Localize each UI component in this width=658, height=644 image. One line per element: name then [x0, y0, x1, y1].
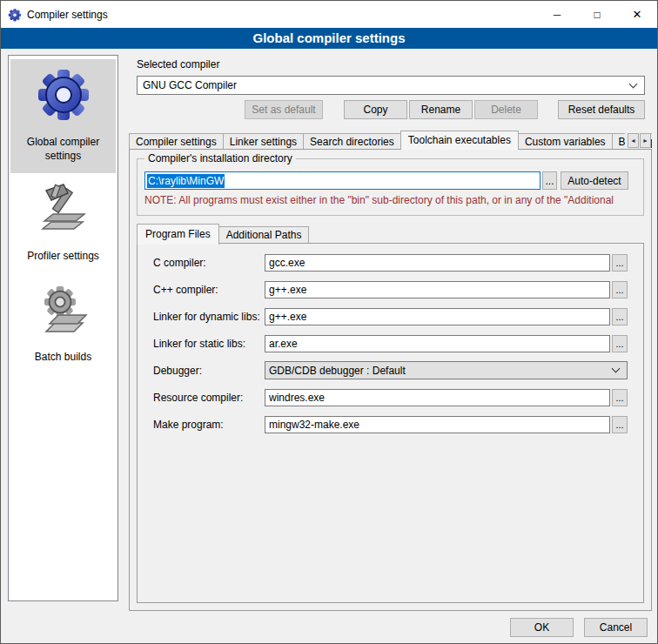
bin-subdirectory-note: NOTE: All programs must exist either in … — [144, 194, 641, 206]
static-linker-value: ar.exe — [269, 338, 298, 350]
profiler-tool-icon — [36, 180, 91, 236]
maximize-icon[interactable]: □ — [577, 1, 617, 28]
auto-detect-button[interactable]: Auto-detect — [561, 171, 628, 190]
tab-toolchain-executables[interactable]: Toolchain executables — [400, 131, 519, 150]
ok-button[interactable]: OK — [510, 618, 574, 637]
resource-compiler-label: Resource compiler: — [153, 392, 265, 404]
chevron-down-icon — [629, 79, 638, 88]
tab-scroll-left-icon[interactable]: ◄ — [628, 133, 639, 148]
static-linker-row: Linker for static libs: ar.exe ... — [153, 334, 643, 352]
toolchain-executables-panel: Compiler's installation directory C:\ray… — [129, 149, 652, 611]
cpp-compiler-row: C++ compiler: g++.exe ... — [153, 280, 643, 299]
compiler-settings-dialog: Compiler settings ─ □ ✕ Global compiler … — [0, 0, 658, 644]
c-compiler-value: gcc.exe — [269, 257, 305, 269]
make-program-row: Make program: mingw32-make.exe ... — [153, 415, 643, 433]
program-files-panel: C compiler: gcc.exe ... C++ compiler: g+… — [137, 243, 644, 603]
c-compiler-label: C compiler: — [153, 257, 265, 269]
sidebar-item-label: Batch builds — [35, 351, 91, 365]
compiler-select-value: GNU GCC Compiler — [143, 79, 237, 91]
dynamic-linker-row: Linker for dynamic libs: g++.exe ... — [153, 307, 643, 325]
make-program-label: Make program: — [153, 419, 265, 431]
installation-directory-label: Compiler's installation directory — [144, 152, 296, 164]
cpp-compiler-input[interactable]: g++.exe — [265, 281, 610, 299]
window-controls: ─ □ ✕ — [537, 1, 657, 28]
make-program-browse-button[interactable]: ... — [612, 416, 628, 433]
chevron-down-icon — [612, 365, 621, 373]
dynamic-linker-browse-button[interactable]: ... — [612, 308, 628, 325]
app-icon — [8, 8, 22, 22]
tab-program-files[interactable]: Program Files — [137, 224, 219, 245]
debugger-select[interactable]: GDB/CDB debugger : Default — [265, 361, 628, 379]
cpp-compiler-browse-button[interactable]: ... — [612, 281, 628, 299]
dynamic-linker-label: Linker for dynamic libs: — [153, 311, 265, 323]
installation-directory-value: C:\raylib\MinGW — [147, 174, 225, 188]
selected-compiler-label: Selected compiler — [137, 58, 219, 70]
reset-defaults-button[interactable]: Reset defaults — [558, 100, 645, 119]
close-icon[interactable]: ✕ — [617, 1, 657, 28]
titlebar: Compiler settings ─ □ ✕ — [1, 1, 657, 28]
gear-gray-icon — [36, 281, 91, 337]
cpp-compiler-label: C++ compiler: — [153, 284, 265, 296]
tab-scroll-buttons: ◄ ► — [625, 133, 651, 148]
make-program-value: mingw32-make.exe — [269, 419, 359, 431]
page-title: Global compiler settings — [1, 28, 657, 49]
window-title: Compiler settings — [27, 9, 108, 21]
gear-blue-icon — [36, 66, 91, 122]
sidebar-item-label: Global compiler settings — [12, 136, 114, 163]
sidebar-item-batch-builds[interactable]: Batch builds — [10, 274, 116, 375]
delete-button[interactable]: Delete — [474, 100, 538, 119]
debugger-label: Debugger: — [153, 365, 265, 377]
c-compiler-browse-button[interactable]: ... — [612, 254, 628, 272]
static-linker-label: Linker for static libs: — [153, 338, 265, 350]
program-tabs: Program Files Additional Paths — [137, 223, 308, 244]
sidebar-item-global-compiler-settings[interactable]: Global compiler settings — [10, 59, 116, 173]
tab-additional-paths[interactable]: Additional Paths — [218, 226, 310, 244]
debugger-value: GDB/CDB debugger : Default — [269, 365, 406, 377]
sidebar-item-profiler-settings[interactable]: Profiler settings — [10, 173, 116, 274]
debugger-row: Debugger: GDB/CDB debugger : Default — [153, 361, 643, 379]
cpp-compiler-value: g++.exe — [269, 284, 306, 296]
sidebar-item-label: Profiler settings — [27, 250, 99, 264]
static-linker-input[interactable]: ar.exe — [265, 335, 610, 352]
installation-directory-browse-button[interactable]: ... — [542, 171, 557, 190]
compiler-actions: Set as default Copy Rename Delete Reset … — [137, 100, 645, 119]
tab-custom-variables[interactable]: Custom variables — [518, 133, 613, 150]
dynamic-linker-value: g++.exe — [269, 311, 306, 323]
rename-button[interactable]: Rename — [409, 100, 473, 119]
resource-compiler-input[interactable]: windres.exe — [265, 389, 610, 406]
make-program-input[interactable]: mingw32-make.exe — [265, 416, 610, 433]
installation-directory-group: Compiler's installation directory C:\ray… — [137, 158, 644, 216]
settings-category-list: Global compiler settings Profiler settin… — [8, 55, 118, 601]
c-compiler-row: C compiler: gcc.exe ... — [153, 253, 643, 272]
c-compiler-input[interactable]: gcc.exe — [265, 254, 610, 272]
set-as-default-button[interactable]: Set as default — [245, 100, 323, 119]
installation-directory-input[interactable]: C:\raylib\MinGW — [144, 171, 540, 190]
tab-compiler-settings[interactable]: Compiler settings — [129, 133, 224, 150]
dynamic-linker-input[interactable]: g++.exe — [265, 308, 610, 325]
cancel-button[interactable]: Cancel — [584, 618, 648, 637]
resource-compiler-row: Resource compiler: windres.exe ... — [153, 388, 643, 406]
tab-scroll-right-icon[interactable]: ► — [640, 133, 651, 148]
resource-compiler-value: windres.exe — [269, 392, 325, 404]
minimize-icon[interactable]: ─ — [537, 1, 577, 28]
copy-button[interactable]: Copy — [344, 100, 407, 119]
tab-search-directories[interactable]: Search directories — [303, 133, 401, 150]
main-tabstrip: Compiler settings Linker settings Search… — [129, 131, 652, 150]
resource-compiler-browse-button[interactable]: ... — [612, 389, 628, 406]
static-linker-browse-button[interactable]: ... — [612, 335, 628, 352]
tab-linker-settings[interactable]: Linker settings — [223, 133, 304, 150]
compiler-select[interactable]: GNU GCC Compiler — [137, 76, 645, 95]
